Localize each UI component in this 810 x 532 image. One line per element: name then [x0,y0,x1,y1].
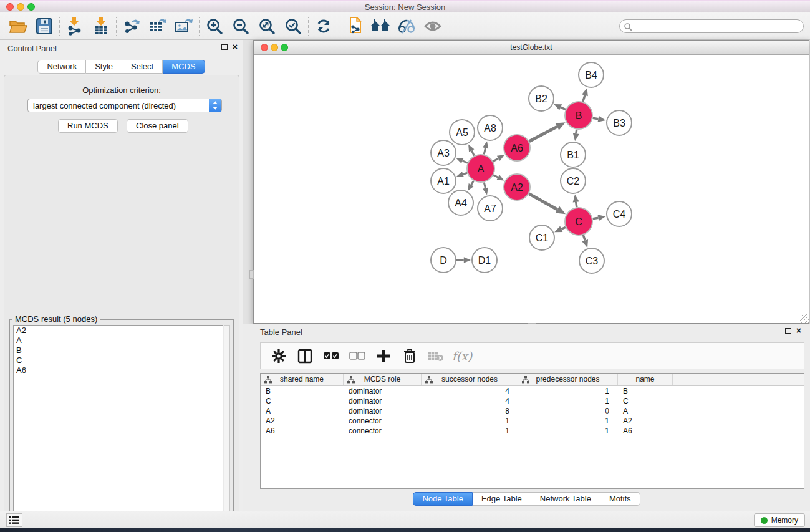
criterion-dropdown[interactable]: largest connected component (directed) [27,99,222,112]
column-header-name[interactable]: name [618,374,673,385]
home-button[interactable] [367,15,393,37]
tree-icon [425,376,433,384]
column-header-MCDS-role[interactable]: MCDS role [344,374,422,385]
edge-A-A2[interactable] [493,175,498,178]
edge-B-B4[interactable] [583,95,585,102]
node-label-A2: A2 [511,182,523,193]
table-cell: 4 [422,396,518,406]
edge-B-B2[interactable] [561,107,566,110]
zoom-out-button[interactable] [228,15,254,37]
export-table-button[interactable] [145,15,171,37]
tab-mcds[interactable]: MCDS [163,60,205,74]
close-panel-button[interactable]: Close panel [127,119,188,133]
edge-A-A5[interactable] [471,150,474,155]
edge-A6-B[interactable] [529,127,557,142]
import-table-button[interactable] [88,15,114,37]
result-list-item[interactable]: A [14,336,223,346]
edge-C-C3[interactable] [583,235,585,241]
search-input[interactable] [635,21,797,32]
edge-A-A6[interactable] [493,158,498,162]
show-eye-button[interactable] [420,15,446,37]
run-mcds-button[interactable]: Run MCDS [58,119,118,133]
resize-grip[interactable] [800,314,809,323]
delete-table-button[interactable] [425,346,446,367]
result-list-scrollbar[interactable] [224,325,230,526]
hide-glasses-button[interactable] [393,15,420,37]
select-all-button[interactable] [321,346,342,367]
table-settings-button[interactable] [268,346,289,367]
new-network-from-file-button[interactable] [341,15,367,37]
gear-icon [271,349,286,364]
mcds-result-list[interactable]: A2ABCA6 [13,325,223,526]
edge-A-A8[interactable] [484,148,485,154]
delete-columns-button[interactable] [399,346,420,367]
memory-button[interactable]: Memory [754,513,805,527]
export-network-button[interactable] [118,15,145,37]
add-column-button[interactable] [373,346,394,367]
zoom-in-button[interactable] [201,15,228,37]
edge-C-C4[interactable] [593,218,599,219]
edge-A2-C[interactable] [529,194,557,210]
result-list-item[interactable]: C [14,355,223,365]
window-titlebar: Session: New Session [0,0,810,12]
node-label-B: B [576,110,582,121]
tab-network[interactable]: Network [37,60,86,74]
import-network-button[interactable] [62,15,88,37]
edge-C-C2[interactable] [576,202,577,207]
edge-B-B1[interactable] [576,130,577,133]
column-header-shared-name[interactable]: shared name [261,374,344,385]
search-field[interactable] [619,19,804,33]
edge-C-C1[interactable] [561,227,566,229]
network-graph[interactable]: AA1A2A3A4A5A6A7A8BB1B2B3B4CC1C2C3C4DD1 [254,55,809,323]
table-cell: dominator [344,396,422,406]
tab-network-table[interactable]: Network Table [531,492,600,506]
node-label-A1: A1 [437,176,450,186]
tab-node-table[interactable]: Node Table [413,492,473,506]
table-toolbar: f(x) [260,342,804,369]
table-row[interactable]: Adominator80A [261,406,804,416]
table-row[interactable]: A6connector11A6 [261,426,804,436]
close-table-panel-icon[interactable]: × [796,327,801,334]
network-canvas[interactable]: AA1A2A3A4A5A6A7A8BB1B2B3B4CC1C2C3C4DD1 [254,55,809,323]
task-history-button[interactable] [6,513,22,527]
edge-A-A3[interactable] [463,161,468,163]
node-label-C: C [575,216,582,227]
column-header-predecessor-nodes[interactable]: predecessor nodes [518,374,618,385]
network-window-titlebar[interactable]: testGlobe.txt [254,41,809,55]
result-list-item[interactable]: B [14,346,223,355]
float-table-panel-icon[interactable] [785,328,791,334]
zoom-selected-button[interactable] [280,15,306,37]
split-view-button[interactable] [294,346,316,367]
tab-style[interactable]: Style [86,60,122,74]
edge-B-B3[interactable] [593,118,599,119]
save-session-button[interactable] [31,15,57,37]
tab-motifs[interactable]: Motifs [600,492,640,506]
zoom-fit-button[interactable] [254,15,280,37]
result-list-item[interactable]: A2 [14,326,223,336]
control-panel: Control Panel × NetworkStyleSelectMCDS O… [0,40,243,511]
node-table[interactable]: shared nameMCDS rolesuccessor nodesprede… [260,373,804,489]
table-row[interactable]: Cdominator41C [261,396,804,406]
result-list-item[interactable]: A6 [14,365,223,375]
table-row[interactable]: A2connector11A2 [261,416,804,426]
tab-edge-table[interactable]: Edge Table [473,492,531,506]
edge-A-A4[interactable] [471,181,474,185]
refresh-button[interactable] [311,15,337,37]
divider-handle[interactable] [249,270,254,279]
function-builder-button[interactable]: f(x) [451,346,473,367]
edge-A-A7[interactable] [484,182,485,188]
edge-A-A1[interactable] [463,173,467,174]
table-row[interactable]: Bdominator41B [261,386,804,396]
column-header-successor-nodes[interactable]: successor nodes [422,374,518,385]
float-panel-icon[interactable] [221,44,228,50]
open-file-button[interactable] [5,15,31,37]
close-panel-icon[interactable]: × [233,44,238,50]
table-panel-tabs: Node TableEdge TableNetwork TableMotifs [243,492,810,506]
export-image-button[interactable] [171,15,197,37]
deselect-all-button[interactable] [347,346,368,367]
node-label-A3: A3 [437,148,450,158]
edge-arrowhead [464,257,471,263]
node-label-D: D [440,255,447,266]
mcds-panel: Optimization criterion: largest connecte… [4,75,239,532]
tab-select[interactable]: Select [122,60,163,74]
